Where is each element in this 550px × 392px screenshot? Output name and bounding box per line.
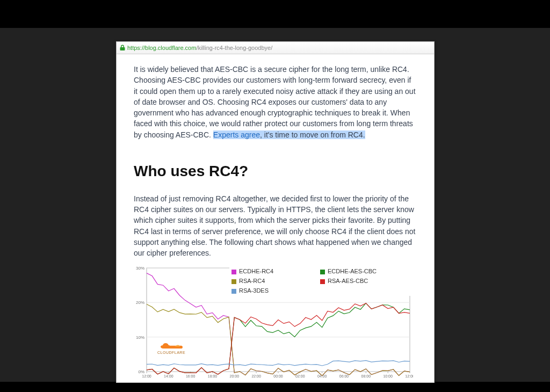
svg-text:14:00: 14:00 <box>164 374 173 378</box>
legend-rsa-aes-cbc: RSA-AES-CBC <box>320 277 409 286</box>
svg-text:08:00: 08:00 <box>361 374 371 378</box>
intro-paragraph: It is widely believed that AES-CBC is a … <box>134 64 417 140</box>
svg-text:0%: 0% <box>138 369 144 374</box>
legend-ecdhe-rc4: ECDHE-RC4 <box>231 267 320 276</box>
url-host: https://blog.cloudflare.com <box>127 45 196 51</box>
svg-text:18:00: 18:00 <box>208 374 218 378</box>
svg-text:00:00: 00:00 <box>273 374 283 378</box>
experts-agree-link[interactable]: Experts agree <box>213 130 260 139</box>
svg-text:10:00: 10:00 <box>383 374 393 378</box>
svg-text:30%: 30% <box>136 266 144 271</box>
legend-rsa-3des: RSA-3DES <box>231 287 320 295</box>
presentation-stage: https://blog.cloudflare.com /killing-rc4… <box>0 28 550 382</box>
svg-text:20%: 20% <box>136 301 144 306</box>
legend-rsa-rc4: RSA-RC4 <box>231 277 320 286</box>
intro-text-pre: It is widely believed that AES-CBC is a … <box>134 65 416 139</box>
address-bar[interactable]: https://blog.cloudflare.com /killing-rc4… <box>117 42 434 54</box>
legend-ecdhe-aes-cbc: ECDHE-AES-CBC <box>320 267 409 276</box>
highlighted-conclusion: Experts agree, it's time to move on from… <box>213 130 365 139</box>
cloudflare-logo: CLOUDFLARE <box>157 342 185 355</box>
svg-text:02:00: 02:00 <box>295 374 305 378</box>
svg-text:22:00: 22:00 <box>251 374 261 378</box>
article-content: It is widely believed that AES-CBC is a … <box>117 54 434 381</box>
browser-window: https://blog.cloudflare.com /killing-rc4… <box>116 41 435 383</box>
svg-text:12:00: 12:00 <box>405 374 413 378</box>
svg-text:06:00: 06:00 <box>339 374 349 378</box>
svg-text:16:00: 16:00 <box>186 374 196 378</box>
url-path: /killing-rc4-the-long-goodbye/ <box>196 45 272 51</box>
who-uses-paragraph: Instead of just removing RC4 altogether,… <box>134 193 417 259</box>
cipher-usage-chart: 0%10%20%30%12:0014:0016:0018:0020:0022:0… <box>134 266 413 381</box>
logo-text: CLOUDFLARE <box>157 351 185 354</box>
svg-text:20:00: 20:00 <box>230 374 240 378</box>
chart-legend: ECDHE-RC4 ECDHE-AES-CBC RSA-RC4 RSA-AES-… <box>229 267 411 296</box>
svg-text:10%: 10% <box>136 335 144 340</box>
section-heading: Who uses RC4? <box>134 161 417 183</box>
svg-text:12:00: 12:00 <box>142 374 151 378</box>
intro-text-post: , it's time to move on from RC4. <box>260 130 365 139</box>
lock-icon <box>120 45 125 51</box>
